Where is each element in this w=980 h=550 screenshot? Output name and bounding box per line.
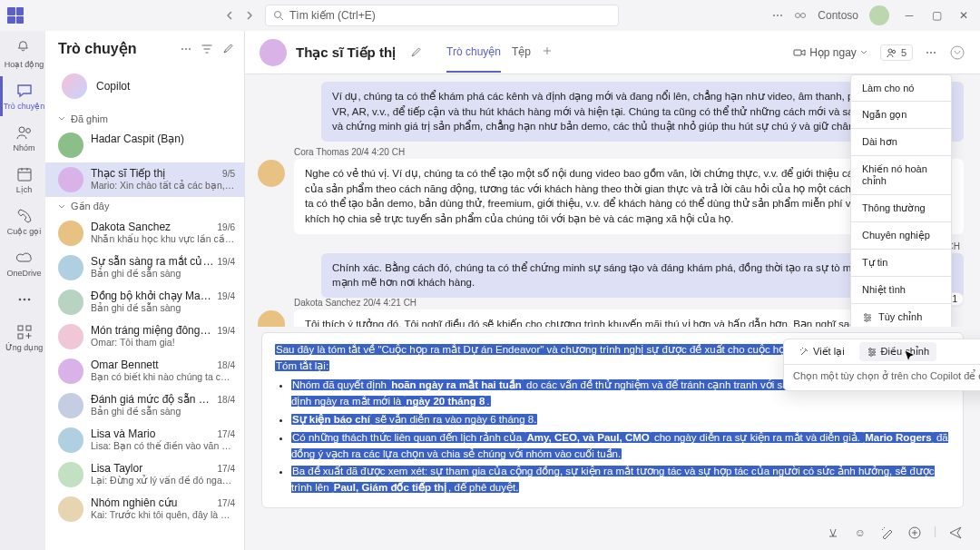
rail-item-more[interactable] [0,285,45,316]
tone-option[interactable]: Khiến nó hoàn chỉnh [851,155,951,194]
chat-item[interactable]: Omar Bennett18/4Bạn có biết khi nào chún… [45,354,244,388]
chat-item[interactable]: Lisa Taylor17/4Lại: Đừng xử lý vấn đề đó… [45,457,244,492]
tone-option[interactable]: Dài hơn [851,128,951,155]
back-button[interactable] [221,7,238,24]
svg-point-0 [275,12,281,18]
avatar [58,255,83,280]
copilot-label: Copilot [96,80,130,93]
conversation-header: Thạc sĩ Tiếp thị Trò chuyện Tệp Họp ngay… [245,31,980,74]
apps-icon [15,323,34,341]
chat-item-name: Hadar Caspit (Bạn) [91,133,184,145]
recent-section-header[interactable]: Gần đây [45,197,244,216]
close-button[interactable]: ✕ [955,9,973,22]
copilot-header-icon[interactable] [949,44,965,61]
people-icon [887,47,897,58]
people-button[interactable]: 5 [880,44,913,61]
minimize-button[interactable]: ─ [900,9,918,22]
svg-point-7 [18,299,21,301]
more-button[interactable]: ⋯ [926,46,936,59]
add-tab-button[interactable] [542,33,553,73]
avatar [58,427,83,453]
svg-point-21 [872,350,875,353]
avatar [258,310,285,327]
compose-text: Tóm tắt lại: [275,360,329,371]
chat-item-name: Đồng bộ khởi chạy Mark 8 [91,290,214,302]
chat-item-name: Lisa Taylor [91,462,142,475]
chat-list-panel: Trò chuyện ⋯ Copilot Đã ghim Hadar Caspi… [45,31,245,550]
chat-item-preview: Bản ghi đề sẵn sàng [91,268,235,279]
rail-item-Hoạt động[interactable]: Hoạt động [0,34,45,74]
tone-option[interactable]: Làm cho nó [851,75,951,101]
rail-item-OneDrive[interactable]: OneDrive [0,243,45,283]
rail-item-Cuộc gọi[interactable]: Cuộc gọi [0,201,45,241]
chat-item[interactable]: Dakota Sanchez19/6Nhắn khẩu học khu vực … [45,216,244,250]
tone-option[interactable]: Chuyên nghiệp [851,221,951,249]
main-pane: Thạc sĩ Tiếp thị Trò chuyện Tệp Họp ngay… [245,31,980,550]
chat-list-title: Trò chuyện [58,40,136,57]
pinned-section-header[interactable]: Đã ghim [45,110,244,128]
chat-list-more-button[interactable]: ⋯ [181,43,191,55]
tone-custom-option[interactable]: Tùy chỉnh [851,303,951,327]
copilot-compose-button[interactable] [879,525,896,541]
svg-point-18 [868,316,871,319]
filter-icon[interactable] [201,43,213,55]
tone-option[interactable]: Ngắn gọn [851,101,951,128]
chat-item-date: 18/4 [218,395,235,405]
svg-line-1 [280,17,283,20]
copilot-entry[interactable]: Copilot [58,68,235,104]
chat-item[interactable]: Sự sẵn sàng ra mắt của Dự án Avalon19/4B… [45,250,244,285]
compose-text: Sau đây là tóm tắt về "Cuộc họp ra mắt D… [275,344,838,355]
maximize-button[interactable]: ▢ [927,9,946,22]
format-button[interactable] [825,525,841,541]
emoji-button[interactable]: ☺ [852,525,868,541]
chat-item-name: Omar Bennett [91,358,159,371]
search-input[interactable]: Tìm kiếm (Ctrl+E) [265,5,619,26]
incoming-message[interactable]: Dakota Sanchez 20/4 4:21 CH Tôi thích ý … [258,298,897,327]
forward-button[interactable] [241,7,258,24]
tab-chat[interactable]: Trò chuyện [446,33,501,73]
tone-option[interactable]: Nhiệt tình [851,276,951,303]
chat-item-preview: Omar: Tôi tham gia! [91,337,235,348]
tone-option[interactable]: Thông thường [851,194,951,221]
tone-dropdown[interactable]: Làm cho nóNgắn gọnDài hơnKhiến nó hoàn c… [850,74,952,327]
app-logo-icon [7,7,24,24]
app-rail: Hoạt độngTrò chuyệnNhómLịchCuộc gọiOneDr… [0,31,45,550]
edit-title-button[interactable] [410,46,423,59]
more-button[interactable]: ⋯ [772,9,783,22]
search-icon [273,10,284,21]
rail-item-Nhóm[interactable]: Nhóm [0,118,45,158]
rail-item-Trò chuyện[interactable]: Trò chuyện [0,76,45,116]
chat-item-preview: Nhắn khẩu học khu vực lần cần xxx [91,233,235,244]
new-chat-button[interactable] [222,43,235,55]
chat-item-preview: Bản ghi đề sẵn sàng [91,406,235,417]
svg-point-22 [869,353,872,356]
chat-item[interactable]: Đánh giá mức độ sẵn sàng ra mắt D…18/4Bả… [45,388,244,423]
chat-item[interactable]: Nhóm nghiên cứu17/4Kai: Trước khi tôi qu… [45,492,244,526]
chat-item-name: Nhóm nghiên cứu [91,496,177,509]
svg-rect-10 [18,326,23,330]
chevron-down-icon [58,203,65,211]
send-button[interactable] [947,525,964,541]
svg-point-8 [23,299,25,301]
call-icon [15,207,34,225]
meet-now-button[interactable]: Họp ngay [793,46,867,59]
chat-item[interactable]: Lisa và Mario17/4Lisa: Bạn có thể điền v… [45,423,244,457]
rewrite-button[interactable]: Viết lại [791,342,852,361]
calendar-icon [15,165,34,183]
rail-item-Ứng dụng[interactable]: Ứng dụng [0,318,45,358]
chat-item[interactable]: Hadar Caspit (Bạn) [45,128,244,162]
profile-avatar[interactable] [869,5,889,25]
chat-item[interactable]: Món tráng miệng đông lạnh19/4Omar: Tôi t… [45,319,244,354]
tab-files[interactable]: Tệp [512,33,531,73]
rail-item-Lịch[interactable]: Lịch [0,160,45,200]
account-name[interactable]: Contoso [818,9,858,22]
add-button[interactable] [906,525,923,541]
app-layout: Hoạt độngTrò chuyệnNhómLịchCuộc gọiOneDr… [0,31,980,550]
people-icon [15,123,34,142]
avatar [58,358,83,384]
dots-icon [15,290,34,309]
chat-item[interactable]: Đồng bộ khởi chạy Mark 819/4Bản ghi đề s… [45,285,244,319]
tone-option[interactable]: Tự tin [851,249,951,276]
chat-item-active[interactable]: Thạc sĩ Tiếp thị 9/5 Mario: Xin chào tất… [45,162,244,197]
adjust-button[interactable]: Điều chỉnh [859,342,936,361]
